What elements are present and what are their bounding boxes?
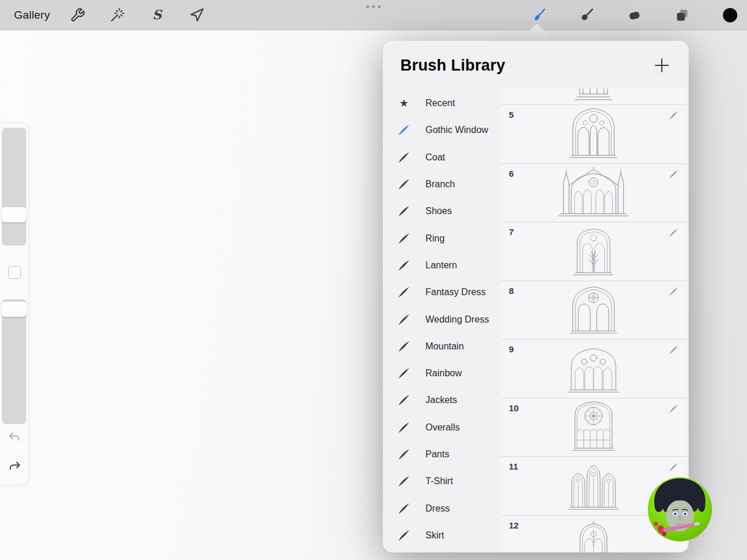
brush-stroke-icon [668,345,679,358]
brush-row[interactable]: 6 [501,164,686,223]
brush-stroke-icon [393,448,414,461]
category-label: Shoes [425,206,452,216]
category-label: Skirt [425,530,444,541]
brush-stroke-icon [393,232,414,245]
category-lantern[interactable]: Lantern [383,252,501,279]
redo-icon[interactable] [8,460,21,473]
brush-category-list[interactable]: ★RecentGothic WindowCoatBranchShoesRingL… [383,89,501,552]
brush-stroke-icon [668,169,679,182]
panel-title: Brush Library [400,57,505,75]
category-dress[interactable]: Dress [383,495,501,522]
category-overalls[interactable]: Overalls [383,414,501,441]
brush-thumbnail-gothic-window [566,346,622,395]
modify-button[interactable] [8,266,21,279]
category-ring[interactable]: Ring [383,225,501,251]
brush-stroke-icon [668,110,679,123]
side-tool-strip [0,123,29,485]
brush-thumbnail-gothic-window [566,461,622,512]
category-t-shirt[interactable]: T-Shirt [383,468,501,495]
brush-stroke-icon [668,404,679,416]
brush-thumbnail-gothic-window [571,226,616,278]
category-label: T-Shirt [425,476,453,487]
category-label: Jackets [425,395,457,405]
brush-thumbnail-gothic-window [567,285,620,336]
eraser-icon[interactable] [627,8,642,23]
brush-opacity-handle[interactable] [2,302,26,317]
category-recent[interactable]: ★Recent [383,90,501,117]
brush-size-handle[interactable] [2,207,26,222]
brush-stroke-icon [668,462,679,475]
category-jackets[interactable]: Jackets [383,387,501,414]
brush-stroke-icon [393,205,414,218]
plus-icon[interactable] [652,56,671,75]
smudge-icon[interactable] [579,8,594,23]
wrench-icon[interactable] [70,8,85,23]
brush-row[interactable] [501,89,686,105]
svg-text:S: S [152,8,163,22]
category-label: Fantasy Dress [425,287,486,298]
brush-row[interactable]: 7 [501,222,686,281]
category-label: Wedding Dress [425,314,489,325]
category-label: Overalls [425,422,460,433]
category-label: Gothic Window [425,125,488,135]
brush-thumbnail-gothic-window [570,400,617,453]
brush-stroke-icon [393,313,414,326]
gallery-button[interactable]: Gallery [14,9,50,22]
brush-stroke-icon [393,259,414,272]
brush-thumbnail-gothic-window [575,89,612,104]
brush-thumbnail-gothic-window [555,166,632,219]
brush-library-panel: Brush Library ★RecentGothic WindowCoatBr… [383,41,689,552]
brush-thumbnail-gothic-window [577,521,610,553]
brush-stroke-icon [393,151,414,164]
category-fantasy-dress[interactable]: Fantasy Dress [383,279,501,306]
category-label: Recent [425,98,455,108]
brush-row[interactable]: 9 [501,340,686,398]
brush-stroke-icon [393,529,414,542]
layers-icon[interactable] [675,8,690,23]
brush-stroke-icon [393,178,414,191]
brush-row[interactable]: 8 [501,281,686,340]
category-label: Dress [425,503,450,514]
transform-icon[interactable] [189,8,204,23]
category-coat[interactable]: Coat [383,144,501,171]
category-label: Ring [425,233,445,244]
brush-thumbnail-gothic-window [567,107,620,160]
category-wedding-dress[interactable]: Wedding Dress [383,306,501,332]
star-icon: ★ [393,97,414,110]
category-branch[interactable]: Branch [383,171,501,198]
brush-stroke-icon [393,124,414,136]
top-toolbar: Gallery S [0,0,747,30]
category-label: Rainbow [425,368,462,379]
adjustments-icon[interactable] [110,8,125,23]
brush-opacity-slider[interactable] [2,299,26,424]
category-label: Coat [425,152,445,163]
category-gothic-window[interactable]: Gothic Window [383,117,501,144]
category-label: Mountain [425,341,464,352]
brush-stroke-icon [393,394,414,407]
brush-stroke-icon [668,286,679,299]
color-swatch[interactable] [722,8,738,23]
brush-stroke-icon [393,340,414,353]
category-label: Branch [425,179,455,190]
brush-row[interactable]: 10 [501,398,686,457]
category-shoes[interactable]: Shoes [383,198,501,225]
brush-row[interactable]: 5 [501,105,686,164]
undo-icon[interactable] [8,430,21,443]
category-skirt[interactable]: Skirt [383,522,501,549]
brush-stroke-icon [393,286,414,299]
category-rainbow[interactable]: Rainbow [383,360,501,387]
brush-stroke-icon [393,502,414,515]
brush-stroke-icon [393,421,414,434]
category-mountain[interactable]: Mountain [383,333,501,360]
selection-icon[interactable]: S [149,8,165,23]
category-pants[interactable]: Pants [383,441,501,468]
brush-size-slider[interactable] [2,128,26,246]
category-label: Pants [425,449,449,460]
brush-stroke-icon [393,475,414,488]
brush-stroke-icon [668,228,679,240]
window-drag-handle[interactable] [366,5,381,8]
category-label: Lantern [425,260,457,271]
face-cam-avatar [648,477,712,541]
brush-icon[interactable] [531,8,546,23]
brush-stroke-icon [393,367,414,380]
